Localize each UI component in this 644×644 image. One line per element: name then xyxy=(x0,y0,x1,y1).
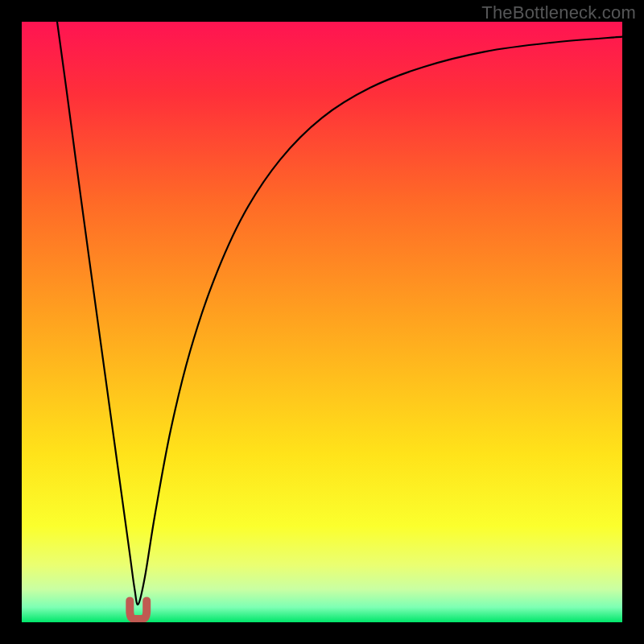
watermark-text: TheBottleneck.com xyxy=(481,2,636,23)
plot-area xyxy=(22,22,622,622)
bottleneck-curve xyxy=(57,22,622,605)
outer-frame: TheBottleneck.com xyxy=(0,0,644,644)
curve-layer xyxy=(22,22,622,622)
